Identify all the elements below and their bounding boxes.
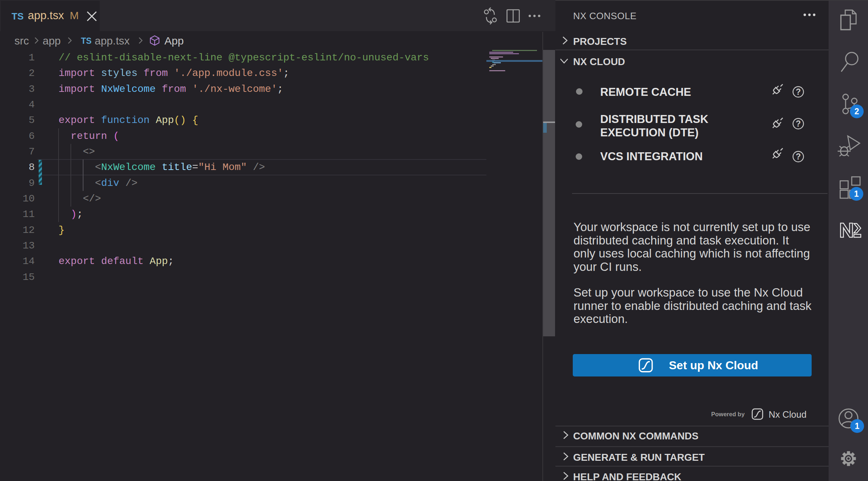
svg-text:2: 2 [855, 107, 859, 116]
svg-text:1: 1 [855, 421, 860, 431]
svg-text:?: ? [796, 87, 801, 97]
svg-text:1: 1 [854, 189, 859, 199]
svg-text:?: ? [796, 119, 801, 128]
svg-text:?: ? [796, 152, 801, 161]
